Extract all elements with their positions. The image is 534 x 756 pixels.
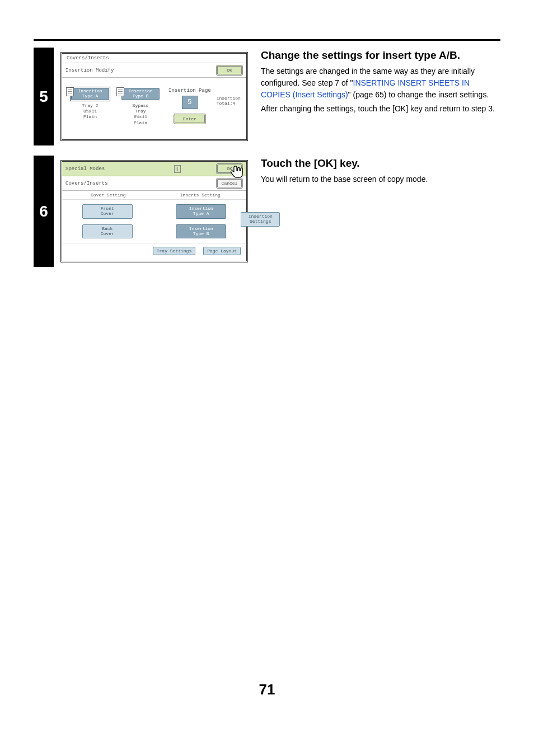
insertion-settings-button[interactable]: InsertionSettings (241, 212, 280, 227)
breadcrumb: Covers/Inserts (65, 181, 108, 186)
page-number: 71 (34, 681, 500, 698)
back-cover-button[interactable]: BackCover (82, 224, 133, 239)
tray-settings-button[interactable]: Tray Settings (153, 247, 195, 255)
chip-label: Type A (82, 93, 99, 98)
panel-title: Covers/Inserts (62, 54, 246, 63)
step-number-5: 5 (34, 48, 54, 145)
step-5-description: Change the settings for insert type A/B.… (255, 48, 500, 145)
inserts-setting-header: Inserts Setting (154, 191, 247, 199)
insertion-type-a-button[interactable]: InsertionType A (176, 204, 226, 219)
chip-label: Insertion (78, 88, 102, 93)
document-icon (66, 87, 74, 96)
insertion-type-a-option[interactable]: Insertion Type A Tray 2 8½x11 Plain (68, 88, 113, 126)
step-6-heading: Touch the [OK] key. (261, 157, 500, 170)
cover-setting-header: Cover Setting (62, 191, 154, 199)
step-5-heading: Change the settings for insert type A/B. (261, 49, 500, 62)
covers-inserts-panel: Special Modes OK Covers/Inserts Cancel (60, 160, 248, 262)
insertion-page-value[interactable]: 5 (182, 96, 198, 109)
front-cover-button[interactable]: FrontCover (82, 204, 133, 219)
hand-cursor-icon (227, 162, 246, 181)
ok-button[interactable]: OK (216, 65, 243, 76)
trash-icon[interactable] (174, 165, 181, 173)
step-number-6: 6 (34, 156, 54, 267)
chip-label: Insertion (128, 88, 152, 93)
insertion-page-label: Insertion Page (168, 88, 211, 93)
insertion-type-b-option[interactable]: Insertion Type B Bypass Tray 8½x11 Plain (118, 88, 163, 126)
step-6-description: Touch the [OK] key. You will return to t… (255, 156, 500, 267)
insertion-modify-label: Insertion Modify (65, 68, 114, 73)
body-text: You will return to the base screen of co… (261, 173, 500, 185)
document-icon (116, 87, 124, 96)
enter-button[interactable]: Enter (174, 114, 206, 124)
body-text: " (page 65) to change the insert setting… (348, 90, 489, 99)
step-6-screenshot: Special Modes OK Covers/Inserts Cancel (54, 156, 255, 267)
special-modes-label: Special Modes (65, 166, 105, 172)
chip-label: Type B (133, 93, 149, 98)
body-text: After changing the settings, touch the [… (261, 103, 500, 115)
insertion-total: Insertion Total:4 (217, 96, 241, 126)
option-meta: Bypass Tray 8½x11 Plain (133, 103, 149, 126)
insertion-modify-panel: Covers/Inserts Insertion Modify OK Inser… (60, 52, 248, 141)
step-6-row: 6 Special Modes OK Cov (34, 156, 500, 267)
step-5-screenshot: Covers/Inserts Insertion Modify OK Inser… (54, 48, 255, 145)
step-5-row: 5 Covers/Inserts Insertion Modify OK Ins… (34, 48, 500, 145)
insertion-type-b-button[interactable]: InsertionType B (176, 224, 226, 239)
option-meta: Tray 2 8½x11 Plain (82, 103, 99, 120)
page-layout-button[interactable]: Page Layout (203, 247, 241, 255)
